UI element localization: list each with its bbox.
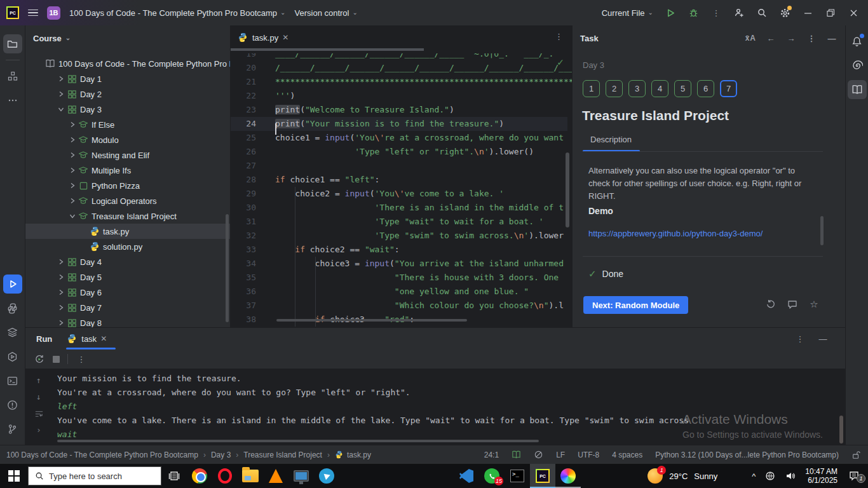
scroll-up-icon[interactable]: ↑ — [33, 375, 44, 386]
taskbar-app-cmd[interactable]: >_ — [505, 464, 530, 488]
breadcrumb-item-day-3[interactable]: Day 3 — [211, 451, 231, 459]
status-write-access[interactable] — [851, 451, 860, 459]
code-line-33[interactable]: if choice2 == "wait": — [275, 243, 572, 257]
main-menu-icon[interactable] — [28, 10, 38, 17]
more-tools-button[interactable] — [3, 91, 22, 110]
status-reader-mode[interactable] — [512, 450, 521, 459]
breadcrumb[interactable]: 100 Days of Code - The Complete Python P… — [0, 451, 371, 459]
console[interactable]: ↑ ↓ › Your mission is to find the treasu… — [25, 369, 845, 445]
translate-icon[interactable]: x̄A — [745, 34, 756, 43]
tree-item-modulo[interactable]: Modulo — [25, 132, 230, 147]
rate-task-star-icon[interactable]: ☆ — [808, 299, 820, 310]
scroll-to-end-icon[interactable]: › — [33, 424, 44, 436]
code-line-28[interactable]: if choice1 == "left": — [275, 173, 572, 187]
task-view-button[interactable] — [161, 464, 187, 488]
network-icon[interactable] — [764, 470, 776, 482]
tree-item-100-days-of-code-the-complete-python-pro-bo[interactable]: 100 Days of Code - The Complete Python P… — [25, 56, 230, 71]
code-line-30[interactable]: 'There is an island in the middle of t — [275, 201, 572, 215]
start-button[interactable] — [0, 464, 28, 488]
taskbar-app-explorer[interactable] — [238, 464, 263, 488]
status-caret-position[interactable]: 24:1 — [484, 451, 499, 459]
console-vertical-scrollbar[interactable] — [839, 416, 843, 444]
code-area[interactable]: 1920212223242526272829303132333435363738… — [231, 53, 572, 327]
tab-task-py[interactable]: task.py ✕ — [231, 25, 295, 50]
status-line-separator[interactable]: LF — [556, 451, 565, 459]
reset-task-icon[interactable] — [765, 299, 776, 310]
hide-run-panel-icon[interactable]: — — [817, 333, 829, 344]
taskbar-app-whatsapp[interactable]: 15 — [479, 464, 505, 488]
inspections-ok-icon[interactable]: ✓ — [557, 57, 564, 67]
clock-widget[interactable]: 10:47 AM 6/1/2025 — [805, 467, 837, 485]
console-more-icon[interactable]: ⋮ — [76, 353, 87, 365]
packages-tool-button[interactable] — [3, 323, 22, 342]
code-line-37[interactable]: "Which colour do you choose?\n").l — [275, 299, 572, 313]
tree-item-day-4[interactable]: Day 4 — [25, 254, 230, 269]
code-line-26[interactable]: 'Type "left" or "right".\n').lower() — [275, 145, 572, 159]
tree-item-python-pizza[interactable]: Python Pizza — [25, 178, 230, 193]
code-line-20[interactable]: /______/______/______/______/______/____… — [275, 61, 572, 75]
expand-arrow-icon[interactable] — [67, 182, 78, 189]
expand-arrow-icon[interactable] — [56, 274, 66, 280]
taskbar-app-monitor[interactable] — [288, 464, 314, 488]
breadcrumb-item-100-days-of-code-the-complete-python-pro-bootcamp[interactable]: 100 Days of Code - The Complete Python P… — [6, 451, 198, 459]
code-line-22[interactable]: ''') — [275, 89, 572, 103]
tree-item-if-else[interactable]: If Else — [25, 117, 230, 132]
code-line-36[interactable]: "one yellow and one blue. " — [275, 285, 572, 299]
expand-arrow-icon[interactable] — [67, 152, 78, 158]
tree-item-day-1[interactable]: Day 1 — [25, 71, 230, 86]
restore-button[interactable] — [825, 7, 836, 18]
collapse-arrow-icon[interactable] — [56, 106, 66, 112]
tree-item-day-8[interactable]: Day 8 — [25, 315, 230, 327]
task-tool-button[interactable] — [848, 80, 867, 99]
step-5[interactable]: 5 — [674, 80, 691, 97]
task-panel-scrollbar[interactable] — [820, 216, 824, 245]
soft-wrap-icon[interactable] — [33, 408, 44, 419]
run-configuration-selector[interactable]: Current File⌄ — [602, 8, 653, 18]
action-center-button[interactable]: 1 — [846, 470, 862, 482]
expand-arrow-icon[interactable] — [56, 259, 66, 265]
settings-icon[interactable] — [779, 7, 790, 18]
step-2[interactable]: 2 — [606, 80, 623, 97]
tab-bar-scrollbar[interactable] — [231, 48, 424, 51]
run-tab-close-icon[interactable]: ✕ — [100, 334, 107, 343]
expand-arrow-icon[interactable] — [56, 320, 66, 326]
problems-tool-button[interactable] — [3, 395, 22, 414]
expand-arrow-icon[interactable] — [56, 289, 66, 295]
volume-icon[interactable] — [785, 470, 796, 482]
python-packages-button[interactable] — [3, 299, 22, 318]
forward-icon[interactable]: → — [785, 32, 797, 44]
code-line-24[interactable]: print("Your mission is to find the treas… — [275, 117, 572, 131]
code-line-23[interactable]: print("Welcome to Treasure Island.") — [275, 103, 572, 117]
tab-description[interactable]: Description — [590, 135, 632, 144]
expand-arrow-icon[interactable] — [56, 91, 66, 97]
expand-arrow-icon[interactable] — [56, 76, 66, 82]
step-3[interactable]: 3 — [628, 80, 646, 97]
version-control-tool-button[interactable] — [3, 419, 22, 438]
tree-item-multiple-ifs[interactable]: Multiple Ifs — [25, 163, 230, 178]
step-1[interactable]: 1 — [583, 80, 600, 97]
taskbar-app-vlc[interactable] — [263, 464, 288, 488]
services-tool-button[interactable] — [3, 347, 22, 366]
run-icon[interactable] — [665, 7, 676, 18]
status-indent[interactable]: 4 spaces — [612, 451, 642, 459]
expand-arrow-icon[interactable] — [56, 304, 66, 311]
code-line-27[interactable] — [275, 159, 572, 173]
collapse-arrow-icon[interactable] — [67, 213, 78, 219]
tree-item-treasure-island-project[interactable]: Treasure Island Project — [25, 208, 230, 224]
console-horizontal-scrollbar[interactable] — [57, 440, 539, 442]
taskbar-app-pycharm[interactable]: PC — [530, 464, 555, 488]
code-with-me-icon[interactable] — [733, 7, 745, 18]
rerun-icon[interactable] — [34, 353, 45, 365]
tab-close-icon[interactable]: ✕ — [282, 33, 288, 42]
step-6[interactable]: 6 — [697, 80, 714, 97]
notifications-button[interactable] — [848, 32, 867, 51]
tree-item-logical-operators[interactable]: Logical Operators — [25, 193, 230, 208]
tree-item-nesting-and-elif[interactable]: Nesting and Elif — [25, 147, 230, 163]
tree-item-day-3[interactable]: Day 3 — [25, 102, 230, 117]
editor-vertical-scrollbar[interactable] — [566, 152, 569, 227]
taskbar-search[interactable]: Type here to search — [28, 466, 161, 485]
tree-item-solution-py[interactable]: solution.py — [25, 239, 230, 254]
status-interpreter[interactable]: Python 3.12 (100 Days of...lete Python P… — [655, 451, 839, 459]
tree-item-day-5[interactable]: Day 5 — [25, 269, 230, 285]
taskbar-app-vscode[interactable] — [454, 464, 479, 488]
